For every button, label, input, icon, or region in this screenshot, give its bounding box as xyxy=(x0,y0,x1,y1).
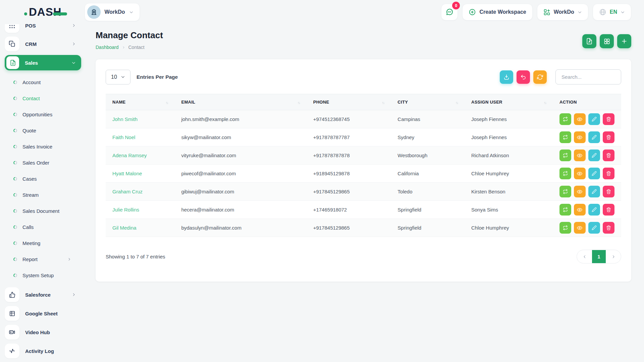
circle-bullet-icon xyxy=(13,225,17,229)
contact-name-link[interactable]: Julie Rollins xyxy=(112,207,139,213)
edit-button[interactable] xyxy=(588,149,600,161)
table-row: Julie Rollins hecera@mailinator.com +174… xyxy=(106,201,621,219)
column-header-name[interactable]: NAME↑↓ xyxy=(106,94,174,110)
crm-icon xyxy=(5,37,19,51)
circle-bullet-icon xyxy=(13,97,17,100)
column-header-email[interactable]: EMAIL↑↓ xyxy=(174,94,306,110)
contact-email: hecera@mailinator.com xyxy=(174,201,306,219)
delete-button[interactable] xyxy=(603,186,614,197)
contact-name-link[interactable]: Faith Noel xyxy=(112,134,135,140)
search-input[interactable] xyxy=(555,69,621,84)
circle-bullet-icon xyxy=(13,257,17,261)
view-button[interactable] xyxy=(574,186,586,197)
contact-name-link[interactable]: Gil Medina xyxy=(112,225,137,231)
sidebar-subitem-opportunities[interactable]: Opportunities xyxy=(13,106,85,122)
contact-name-link[interactable]: Graham Cruz xyxy=(112,189,143,194)
sidebar-subitem-cases[interactable]: Cases xyxy=(13,171,85,187)
edit-button[interactable] xyxy=(588,222,600,234)
circle-bullet-icon xyxy=(13,241,17,245)
convert-button[interactable] xyxy=(559,113,571,125)
topbar-actions: 0 Create Workspace WorkDo EN xyxy=(441,4,631,20)
table-row: Graham Cruz gibiwuj@mailinator.com +9178… xyxy=(106,183,621,201)
sidebar-subitem-calls[interactable]: Calls xyxy=(13,219,85,235)
sidebar-item-google-sheet[interactable]: Google Sheet xyxy=(5,306,85,321)
sidebar-subitem-contact[interactable]: Contact xyxy=(13,90,85,106)
sidebar-item-sales[interactable]: Sales xyxy=(5,55,81,70)
sidebar-subitem-sales-order[interactable]: Sales Order xyxy=(13,155,85,171)
delete-button[interactable] xyxy=(603,113,614,125)
trash-icon xyxy=(606,135,611,140)
contact-name-link[interactable]: Adena Ramsey xyxy=(112,153,147,158)
pagination-next[interactable] xyxy=(606,250,621,263)
undo-button[interactable] xyxy=(517,70,530,84)
export-button[interactable] xyxy=(582,34,596,48)
convert-button[interactable] xyxy=(559,186,571,197)
contact-email: piwecof@mailinator.com xyxy=(174,165,306,183)
view-button[interactable] xyxy=(574,149,586,161)
column-header-action: ACTION xyxy=(553,94,621,110)
pagination-page-1[interactable]: 1 xyxy=(592,250,606,263)
column-header-assign-user[interactable]: ASSIGN USER↑↓ xyxy=(465,94,553,110)
contact-assign-user: Chloe Humphrey xyxy=(465,219,553,237)
app-logo[interactable]: DASH xyxy=(24,6,67,18)
convert-button[interactable] xyxy=(559,222,571,234)
convert-button[interactable] xyxy=(559,204,571,216)
delete-button[interactable] xyxy=(603,204,614,216)
sidebar-subitem-account[interactable]: Account xyxy=(13,74,85,90)
sidebar-subitem-meeting[interactable]: Meeting xyxy=(13,235,85,251)
view-button[interactable] xyxy=(574,168,586,179)
download-button[interactable] xyxy=(500,70,513,84)
convert-button[interactable] xyxy=(559,149,571,161)
chevron-down-icon xyxy=(621,10,625,14)
column-header-city[interactable]: CITY↑↓ xyxy=(391,94,465,110)
contact-city: California xyxy=(391,165,465,183)
delete-button[interactable] xyxy=(603,131,614,143)
view-button[interactable] xyxy=(574,113,586,125)
contact-city: Sydney xyxy=(391,128,465,146)
view-button[interactable] xyxy=(574,131,586,143)
column-header-phone[interactable]: PHONE↑↓ xyxy=(307,94,391,110)
messages-button[interactable]: 0 xyxy=(441,4,458,20)
sidebar-subitem-quote[interactable]: Quote xyxy=(13,122,85,138)
view-button[interactable] xyxy=(574,204,586,216)
breadcrumb-dashboard-link[interactable]: Dashboard xyxy=(96,45,119,50)
delete-button[interactable] xyxy=(603,222,614,234)
create-workspace-button[interactable]: Create Workspace xyxy=(462,4,532,20)
sidebar-subitem-report[interactable]: Report xyxy=(13,251,85,267)
edit-button[interactable] xyxy=(588,113,600,125)
edit-button[interactable] xyxy=(588,186,600,197)
contact-name-link[interactable]: John Smith xyxy=(112,116,138,122)
sidebar-item-video-hub[interactable]: Video Hub xyxy=(5,325,85,340)
breadcrumb: Dashboard Contact xyxy=(96,45,163,50)
add-contact-button[interactable] xyxy=(617,34,631,48)
grid-view-button[interactable] xyxy=(600,34,614,48)
sidebar-subitem-stream[interactable]: Stream xyxy=(13,187,85,203)
pagination-prev[interactable] xyxy=(577,250,592,263)
edit-button[interactable] xyxy=(588,204,600,216)
edit-button[interactable] xyxy=(588,168,600,179)
sidebar-subitem-system-setup[interactable]: System Setup xyxy=(13,267,85,283)
chevron-right-icon xyxy=(122,46,125,49)
sidebar-subitem-sales-document[interactable]: Sales Document xyxy=(13,203,85,219)
sidebar-item-activity-log[interactable]: Activity Log xyxy=(5,344,85,358)
sales-submenu: Account Contact Opportunities Quote Sale… xyxy=(13,74,85,283)
contact-city: Toledo xyxy=(391,183,465,201)
view-button[interactable] xyxy=(574,222,586,234)
sidebar-subitem-sales-invoice[interactable]: Sales Invoice xyxy=(13,138,85,155)
thumbs-up-icon xyxy=(5,287,19,302)
sidebar-item-salesforce[interactable]: Salesforce xyxy=(5,287,85,302)
workdo-menu-button[interactable]: WorkDo xyxy=(537,4,588,20)
entries-per-page-select[interactable]: 10 xyxy=(106,70,130,84)
workspace-selector[interactable]: WorkDo xyxy=(85,3,140,21)
language-selector[interactable]: EN xyxy=(593,4,631,20)
delete-button[interactable] xyxy=(603,149,614,161)
contact-name-link[interactable]: Hyatt Malone xyxy=(112,171,142,176)
convert-button[interactable] xyxy=(559,168,571,179)
delete-button[interactable] xyxy=(603,168,614,179)
circle-bullet-icon xyxy=(13,129,17,132)
sidebar-item-crm[interactable]: CRM xyxy=(5,37,85,51)
main-content: Manage Contact Dashboard Contact 10 xyxy=(96,24,644,282)
refresh-button[interactable] xyxy=(533,70,547,84)
convert-button[interactable] xyxy=(559,131,571,143)
edit-button[interactable] xyxy=(588,131,600,143)
